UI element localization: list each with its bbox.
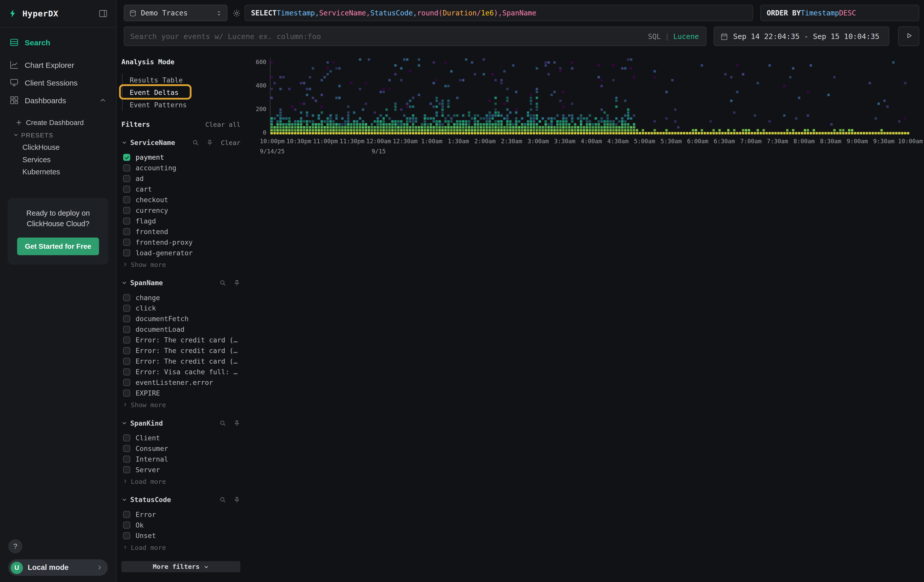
filter-option-servicename[interactable]: currency	[121, 205, 240, 216]
gear-icon[interactable]	[232, 8, 241, 18]
checkbox[interactable]	[123, 532, 130, 539]
filter-option-spankind[interactable]: Client	[121, 433, 240, 444]
mode-sql[interactable]: SQL	[648, 32, 661, 41]
filter-option-statuscode[interactable]: Error	[121, 509, 240, 520]
filter-option-spankind[interactable]: Consumer	[121, 443, 240, 454]
sidebar-subitem-create-dashboard[interactable]: Create Dashboard	[0, 116, 116, 129]
filter-option-spanname[interactable]: eventListener.error	[121, 377, 240, 388]
sidebar-subitem-clickhouse[interactable]: ClickHouse	[0, 141, 116, 153]
pin-icon[interactable]	[233, 496, 240, 503]
facet-search-icon[interactable]	[219, 420, 226, 427]
filter-option-spanname[interactable]: click	[121, 303, 240, 313]
facet-header-statuscode[interactable]: StatusCode	[121, 496, 240, 504]
analysis-option-results-table[interactable]: Results Table	[122, 74, 240, 86]
filter-option-spanname[interactable]: change	[121, 292, 240, 303]
facet-search-icon[interactable]	[192, 139, 199, 146]
facet-clear-link[interactable]: Clear	[221, 139, 240, 147]
checkbox[interactable]	[123, 196, 130, 203]
checkbox[interactable]	[123, 315, 130, 322]
checkbox[interactable]	[123, 455, 130, 463]
facet-more-link[interactable]: Load more	[122, 478, 240, 486]
user-menu[interactable]: U Local mode	[8, 559, 108, 576]
filter-option-servicename[interactable]: cart	[121, 184, 240, 195]
checkbox[interactable]	[123, 326, 130, 333]
analysis-option-event-patterns[interactable]: Event Patterns	[122, 99, 240, 111]
source-select[interactable]: Demo Traces	[124, 5, 228, 21]
order-by-editor[interactable]: ORDER BY Timestamp DESC	[760, 5, 919, 21]
filter-option-statuscode[interactable]: Ok	[121, 520, 240, 530]
checkbox[interactable]	[123, 294, 130, 301]
checkbox[interactable]	[123, 466, 130, 473]
filter-option-spankind[interactable]: Server	[121, 464, 240, 475]
checkbox[interactable]	[123, 358, 130, 365]
facet-more-link[interactable]: Load more	[122, 544, 240, 552]
clear-all-filters-link[interactable]: Clear all	[205, 120, 240, 128]
sidebar-item-chart-explorer[interactable]: Chart Explorer	[0, 56, 116, 74]
sql-query-editor[interactable]: SELECT Timestamp, ServiceName, StatusCod…	[245, 5, 753, 21]
more-filters-button[interactable]: More filters	[121, 561, 240, 572]
facet-search-icon[interactable]	[219, 279, 226, 287]
facet-header-spankind[interactable]: SpanKind	[121, 419, 240, 427]
checkbox[interactable]	[123, 445, 130, 452]
filter-option-spanname[interactable]: Error: The credit card (…	[121, 345, 240, 356]
filter-option-spankind[interactable]: Internal	[121, 454, 240, 464]
filter-option-servicename[interactable]: flagd	[121, 216, 240, 226]
checkbox[interactable]	[123, 390, 130, 397]
checkbox[interactable]	[123, 249, 130, 256]
checkbox[interactable]	[123, 511, 130, 518]
sidebar-subitem-services[interactable]: Services	[0, 153, 116, 166]
filter-option-spanname[interactable]: Error: The credit card (…	[121, 335, 240, 345]
checkbox[interactable]	[123, 379, 130, 386]
filter-option-spanname[interactable]: Error: Visa cache full: …	[121, 367, 240, 377]
checkbox[interactable]	[123, 305, 130, 312]
filter-option-statuscode[interactable]: Unset	[121, 530, 240, 541]
pin-icon[interactable]	[206, 139, 213, 146]
facet-more-link[interactable]: Show more	[122, 261, 240, 269]
sidebar-item-client-sessions[interactable]: Client Sessions	[0, 74, 116, 91]
heatmap-plot[interactable]	[270, 58, 911, 134]
checkbox[interactable]	[123, 521, 130, 529]
analysis-option-event-deltas[interactable]: Event Deltas	[122, 86, 240, 99]
checkbox[interactable]	[123, 165, 130, 171]
filter-option-servicename[interactable]: accounting	[121, 163, 240, 173]
pin-icon[interactable]	[233, 420, 240, 427]
checkbox[interactable]	[123, 336, 130, 344]
checkbox[interactable]	[123, 368, 130, 376]
filter-option-servicename[interactable]: frontend	[121, 226, 240, 237]
facet-header-servicename[interactable]: ServiceNameClear	[121, 138, 240, 147]
checkbox[interactable]	[123, 186, 130, 193]
filter-option-servicename[interactable]: ad	[121, 173, 240, 184]
heatmap-canvas[interactable]	[271, 58, 910, 134]
checkbox[interactable]	[123, 175, 130, 182]
filter-option-servicename[interactable]: checkout	[121, 195, 240, 205]
checkbox[interactable]	[123, 228, 130, 235]
mode-lucene[interactable]: Lucene	[673, 32, 699, 41]
checkbox[interactable]	[123, 154, 130, 161]
checkbox[interactable]	[123, 218, 130, 224]
sidebar-collapse-icon[interactable]	[98, 9, 108, 18]
sidebar-item-dashboards[interactable]: Dashboards	[0, 91, 116, 109]
checkbox[interactable]	[123, 434, 130, 442]
filter-option-spanname[interactable]: documentFetch	[121, 313, 240, 324]
filter-option-servicename[interactable]: load-generator	[121, 247, 240, 258]
checkbox[interactable]	[123, 239, 130, 246]
checkbox[interactable]	[123, 347, 130, 354]
filter-option-servicename[interactable]: frontend-proxy	[121, 237, 240, 247]
get-started-button[interactable]: Get Started for Free	[17, 237, 99, 256]
filter-option-spanname[interactable]: Error: The credit card (…	[121, 356, 240, 367]
filter-option-servicename[interactable]: payment	[121, 152, 240, 163]
help-button[interactable]: ?	[8, 539, 23, 553]
pin-icon[interactable]	[233, 279, 240, 287]
facet-search-icon[interactable]	[219, 496, 226, 503]
run-query-button[interactable]	[898, 26, 919, 46]
sidebar-subitem-presets[interactable]: PRESETS	[0, 129, 116, 141]
date-range-picker[interactable]: Sep 14 22:04:35 - Sep 15 10:04:35	[714, 26, 889, 46]
filter-option-spanname[interactable]: documentLoad	[121, 324, 240, 335]
facet-more-link[interactable]: Show more	[122, 401, 240, 409]
search-input[interactable]	[130, 32, 644, 41]
sidebar-item-search[interactable]: Search	[0, 34, 116, 51]
sidebar-subitem-kubernetes[interactable]: Kubernetes	[0, 165, 116, 178]
facet-header-spanname[interactable]: SpanName	[121, 279, 240, 287]
checkbox[interactable]	[123, 207, 130, 214]
filter-option-spanname[interactable]: EXPIRE	[121, 388, 240, 399]
